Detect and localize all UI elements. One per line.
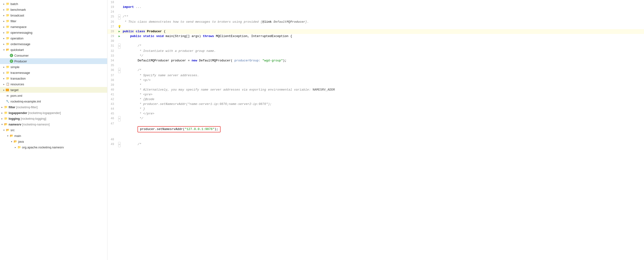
sidebar-item-producer[interactable]: C Producer — [0, 58, 107, 64]
code-text-48 — [122, 137, 644, 142]
sidebar-item-label-filter: filter — [10, 19, 106, 23]
code-text-43: * producer.setNamesrvAddr("name-server1-… — [122, 102, 644, 107]
sidebar-item-iml[interactable]: 🔧 rocketmq-example.iml — [0, 98, 107, 104]
code-text-27 — [122, 24, 644, 29]
gutter-28: ▶ — [117, 29, 122, 34]
code-text-44: * } — [122, 107, 644, 111]
tree-arrow-main-namesrv — [6, 134, 10, 138]
gutter-36: ⊟ — [117, 68, 122, 73]
sidebar-item-label-resources: resources — [10, 82, 106, 86]
code-line-24: 24 — [108, 10, 644, 14]
fold-bracket-31[interactable]: ⊟ — [118, 44, 120, 49]
sidebar-item-ordermessage[interactable]: 📁 ordermessage — [0, 41, 107, 47]
code-line-37: 37 * Specify name server addresses. — [108, 73, 644, 78]
sidebar-item-transaction[interactable]: 📁 transaction — [0, 76, 107, 81]
sidebar-item-label-operation: operation — [10, 37, 106, 40]
line-number-41: 41 — [108, 92, 117, 97]
fold-bracket-46[interactable]: ⊟ — [118, 116, 120, 121]
folder-icon-operation: 📁 — [6, 36, 10, 40]
sidebar-item-org-namesrv[interactable]: 📁 org.apache.rocketmq.namesrv — [0, 144, 107, 150]
line-number-38: 38 — [108, 78, 117, 83]
sidebar-item-label-java-namesrv: java — [18, 140, 106, 143]
folder-icon-ordermessage: 📁 — [6, 42, 10, 46]
sidebar-item-namespace[interactable]: 📁 namespace — [0, 24, 107, 30]
line-number-29: 29 — [108, 34, 117, 39]
run-arrow-29[interactable]: ▶ — [118, 34, 120, 39]
line-number-49: 49 — [108, 142, 117, 147]
code-line-28: 28 ▶ public class Producer { — [108, 29, 644, 34]
code-text-38: * <p/> — [122, 78, 644, 83]
sidebar-item-simple[interactable]: 📁 simple — [0, 64, 107, 70]
line-number-36: 36 — [108, 68, 117, 73]
code-line-30: 30 — [108, 39, 644, 44]
sidebar-item-label-simple: simple — [10, 65, 106, 69]
code-editor: 18 19 import ... 24 25 ⊟ /** 26 — [108, 0, 644, 260]
sidebar-item-openmessaging[interactable]: 📁 openmessaging — [0, 30, 107, 35]
tree-arrow-target — [2, 88, 6, 92]
code-line-33: 33 */ — [108, 54, 644, 58]
tree-arrow-namespace — [2, 25, 6, 29]
fold-bracket-36[interactable]: ⊟ — [118, 68, 120, 73]
code-text-28: public class Producer { — [122, 29, 644, 34]
tree-arrow-simple — [2, 65, 6, 69]
line-number-27: 27 — [108, 24, 117, 29]
file-tree: 📁 batch 📁 benchmark 📁 broadcast 📁 filter… — [0, 0, 108, 260]
sidebar-item-filter-module[interactable]: 📁 filter [rocketmq-filter] — [0, 104, 107, 110]
sidebar-item-label-src-namesrv: src — [10, 128, 106, 132]
sidebar-item-main-namesrv[interactable]: 📂 main — [0, 133, 107, 139]
code-line-40: 40 * Alternatively, you may specify name… — [108, 88, 644, 92]
sidebar-item-logappender-module[interactable]: 📁 logappender [rocketmq-logappender] — [0, 110, 107, 116]
code-text-47: producer.setNamesrvAddr("127.0.0.1:9876"… — [122, 121, 644, 137]
gutter-29: ▶ — [117, 34, 122, 39]
sidebar-item-batch[interactable]: 📁 batch — [0, 1, 107, 7]
code-text-18 — [122, 0, 644, 5]
code-line-18: 18 — [108, 0, 644, 5]
sidebar-item-target[interactable]: target — [0, 87, 107, 93]
sidebar-item-quickstart[interactable]: 📂 quickstart — [0, 47, 107, 53]
sidebar-item-broadcast[interactable]: 📁 broadcast — [0, 13, 107, 18]
code-line-45: 45 * </pre> — [108, 111, 644, 116]
java-class-icon-producer: C — [10, 59, 13, 63]
line-number-33: 33 — [108, 54, 117, 58]
sidebar-item-label-filter-module: filter [rocketmq-filter] — [8, 105, 106, 109]
line-number-30: 30 — [108, 39, 117, 44]
sidebar-item-namesrv-module[interactable]: 📂 namesrv [rocketmq-namesrv] — [0, 121, 107, 127]
sidebar-item-filter[interactable]: 📁 filter — [0, 18, 107, 24]
sidebar-item-benchmark[interactable]: 📁 benchmark — [0, 7, 107, 13]
sidebar-item-label-pom: pom.xml — [10, 94, 106, 98]
folder-icon-openmessaging: 📁 — [6, 31, 10, 35]
folder-icon-namesrv-module: 📂 — [4, 122, 8, 126]
folder-icon-main-namesrv: 📂 — [10, 134, 13, 138]
fold-bracket-25[interactable]: ⊟ — [118, 14, 120, 20]
line-number-24: 24 — [108, 10, 117, 14]
code-text-24 — [122, 10, 644, 14]
line-number-28: 28 — [108, 29, 117, 34]
sidebar-item-consumer[interactable]: C Consumer — [0, 53, 107, 58]
code-line-26: 26 * This class demonstrates how to send… — [108, 20, 644, 24]
sidebar-item-operation[interactable]: 📁 operation — [0, 35, 107, 41]
sidebar-item-tracemessage[interactable]: 📁 tracemessage — [0, 70, 107, 76]
tree-arrow-filter-module — [0, 105, 4, 109]
sidebar-item-label-logging-module: logging [rocketmq-logging] — [8, 117, 106, 120]
sidebar-item-resources[interactable]: 📋 resources — [0, 81, 107, 87]
sidebar-item-java-namesrv[interactable]: 📂 java — [0, 139, 107, 144]
folder-icon-batch: 📁 — [6, 2, 10, 6]
run-arrow-28[interactable]: ▶ — [118, 29, 120, 34]
folder-icon-simple: 📁 — [6, 65, 10, 69]
code-line-42: 42 * {@code — [108, 97, 644, 102]
folder-icon-transaction: 📁 — [6, 77, 10, 80]
line-number-48: 48 — [108, 137, 117, 142]
sidebar-item-pom-xml[interactable]: m pom.xml — [0, 93, 107, 98]
sidebar-item-label-main-namesrv: main — [14, 134, 106, 138]
fold-bracket-49[interactable]: ⊟ — [118, 142, 120, 147]
line-number-44: 44 — [108, 107, 117, 111]
code-text-49: /* — [122, 142, 644, 147]
sidebar-item-src-namesrv[interactable]: 📂 src — [0, 127, 107, 133]
sidebar-item-label-broadcast: broadcast — [10, 14, 106, 17]
code-text-25: /** — [122, 14, 644, 19]
sidebar-item-logging-module[interactable]: 📁 logging [rocketmq-logging] — [0, 116, 107, 121]
sidebar-item-label-quickstart: quickstart — [10, 48, 106, 52]
sidebar-item-label-producer: Producer — [14, 60, 106, 63]
file-icon-pom: m — [6, 94, 10, 98]
folder-icon-resources: 📋 — [6, 82, 10, 86]
